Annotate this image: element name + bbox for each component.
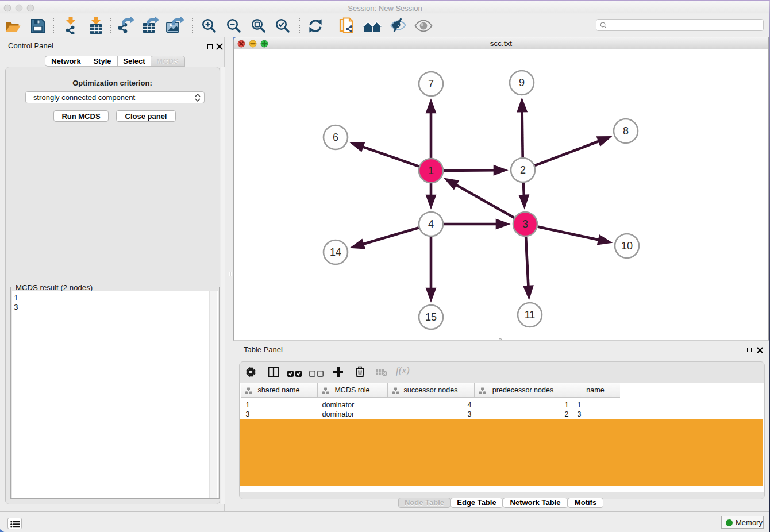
svg-text:1: 1 (428, 165, 434, 176)
svg-text:14: 14 (330, 246, 341, 258)
svg-text:3: 3 (522, 218, 528, 230)
svg-text:7: 7 (428, 78, 434, 90)
svg-text:11: 11 (525, 309, 536, 321)
svg-text:15: 15 (425, 311, 437, 323)
svg-text:6: 6 (333, 132, 338, 143)
svg-text:8: 8 (623, 125, 629, 137)
svg-text:10: 10 (621, 240, 633, 252)
svg-text:4: 4 (428, 218, 434, 230)
svg-text:9: 9 (519, 77, 525, 88)
svg-text:2: 2 (520, 164, 526, 176)
